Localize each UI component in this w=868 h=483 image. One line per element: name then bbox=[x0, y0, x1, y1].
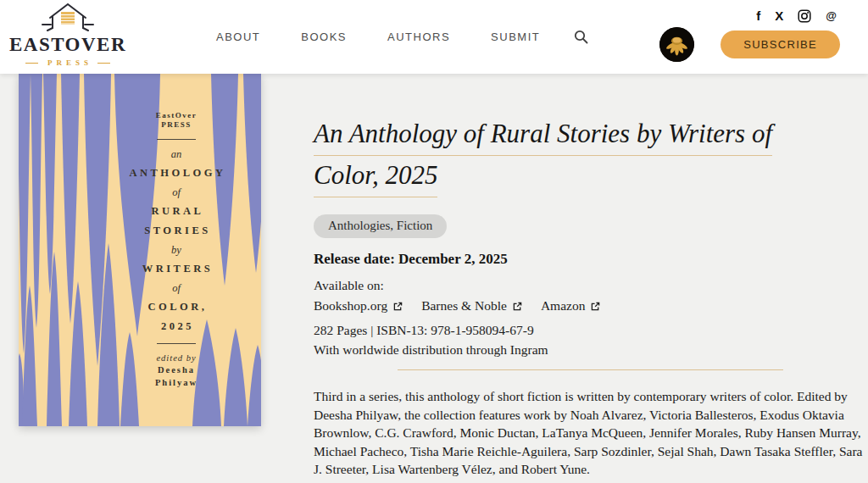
page-title-text: An Anthology of Rural Stories by Writers… bbox=[314, 119, 772, 197]
main-nav: ABOUT BOOKS AUTHORS SUBMIT bbox=[196, 0, 602, 74]
barn-icon bbox=[41, 2, 95, 34]
cover-word-of: of bbox=[120, 186, 233, 198]
subscribe-button[interactable]: SUBSCRIBE bbox=[721, 31, 840, 58]
book-description: Third in a series, this anthology of sho… bbox=[314, 387, 866, 479]
flower-icon bbox=[659, 27, 694, 62]
section-divider bbox=[398, 369, 783, 370]
distribution-note: With worldwide distribution through Ingr… bbox=[314, 340, 866, 359]
nav-item-submit[interactable]: SUBMIT bbox=[470, 31, 560, 43]
cover-word-anthology: ANTHOLOGY bbox=[120, 167, 233, 180]
pages-isbn: 282 Pages | ISBN-13: 978-1-958094-67-9 bbox=[314, 320, 866, 340]
cover-word-rural: RURAL bbox=[120, 205, 233, 218]
site-header: EASTOVER PRESS ABOUT BOOKS AUTHORS SUBMI… bbox=[0, 0, 868, 74]
page-title: An Anthology of Rural Stories by Writers… bbox=[314, 113, 856, 196]
external-link-icon bbox=[591, 302, 600, 311]
x-icon[interactable]: X bbox=[775, 9, 783, 23]
external-link-icon bbox=[393, 302, 403, 311]
page: { "colors": { "accent_gold": "#eaa84e", … bbox=[0, 0, 868, 483]
search-button[interactable] bbox=[560, 30, 602, 44]
nav-item-authors[interactable]: AUTHORS bbox=[367, 31, 470, 43]
link-barnes-noble-label: Barnes & Noble bbox=[421, 298, 507, 314]
search-icon bbox=[574, 30, 588, 44]
flower-avatar[interactable] bbox=[659, 27, 694, 62]
book-cover: EastOver PRESS an ANTHOLOGY of RURAL STO… bbox=[19, 74, 261, 426]
cover-text-block: EastOver PRESS an ANTHOLOGY of RURAL STO… bbox=[120, 111, 233, 389]
dash-left bbox=[25, 63, 38, 64]
cover-publisher: EastOver bbox=[120, 111, 233, 120]
link-bookshop-label: Bookshop.org bbox=[314, 298, 387, 314]
cover-word-by: by bbox=[120, 244, 233, 256]
cover-word-stories: STORIES bbox=[120, 225, 233, 237]
dash-right bbox=[97, 63, 110, 64]
header-actions: SUBSCRIBE bbox=[659, 27, 840, 62]
cover-word-of-2: of bbox=[120, 282, 233, 294]
cover-editor-last: Philyaw bbox=[120, 376, 233, 389]
link-amazon-label: Amazon bbox=[541, 298, 586, 314]
nav-item-books[interactable]: BOOKS bbox=[281, 31, 367, 43]
release-date: Release date: December 2, 2025 bbox=[314, 251, 866, 268]
link-bookshop[interactable]: Bookshop.org bbox=[314, 298, 403, 314]
book-detail: An Anthology of Rural Stories by Writers… bbox=[314, 113, 866, 479]
cover-rule-bottom bbox=[157, 343, 196, 344]
header-right: f X @ bbox=[659, 9, 840, 62]
category-tag[interactable]: Anthologies, Fiction bbox=[314, 214, 447, 238]
book-meta: 282 Pages | ISBN-13: 978-1-958094-67-9 W… bbox=[314, 320, 866, 359]
logo-press-label: PRESS bbox=[43, 58, 92, 67]
logo-press-line: PRESS bbox=[25, 58, 110, 67]
cover-word-color: COLOR, bbox=[120, 301, 233, 314]
available-on-label: Available on: bbox=[314, 278, 866, 293]
link-amazon[interactable]: Amazon bbox=[541, 298, 601, 314]
social-links: f X @ bbox=[756, 9, 837, 23]
link-barnes-noble[interactable]: Barnes & Noble bbox=[421, 298, 522, 314]
cover-publisher-press: PRESS bbox=[120, 120, 233, 130]
cover-rule-top bbox=[157, 139, 196, 140]
external-link-icon bbox=[513, 302, 522, 311]
store-links: Bookshop.org Barnes & Noble Amazon bbox=[314, 298, 866, 314]
cover-edited-by: edited by bbox=[120, 353, 233, 364]
cover-word-an: an bbox=[120, 148, 233, 160]
instagram-icon[interactable] bbox=[798, 9, 811, 23]
threads-icon[interactable]: @ bbox=[826, 9, 837, 23]
facebook-icon[interactable]: f bbox=[756, 9, 760, 23]
cover-editor-first: Deesha bbox=[120, 364, 233, 376]
site-logo[interactable]: EASTOVER PRESS bbox=[14, 2, 122, 67]
logo-wordmark: EASTOVER bbox=[9, 35, 126, 54]
cover-word-year: 2025 bbox=[120, 320, 233, 333]
cover-word-writers: WRITERS bbox=[120, 263, 233, 275]
nav-item-about[interactable]: ABOUT bbox=[196, 31, 281, 43]
